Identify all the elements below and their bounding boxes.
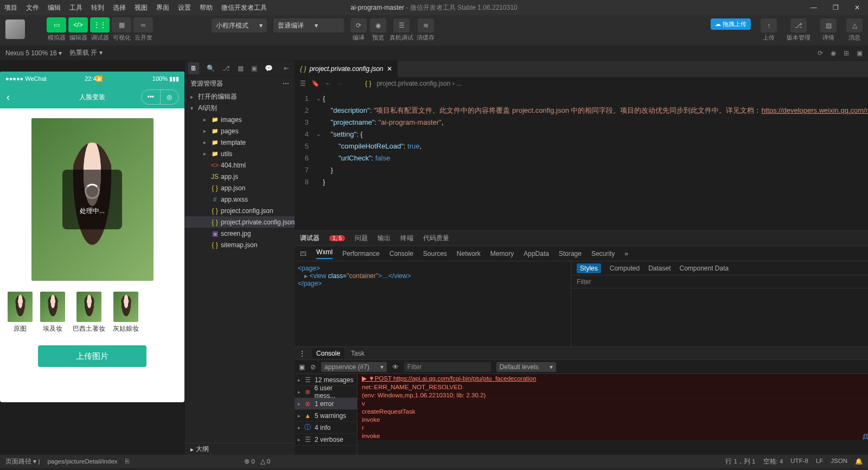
inspect-icon[interactable]: ⮹ bbox=[300, 250, 307, 257]
context-select[interactable]: appservice (#7)▾ bbox=[321, 362, 387, 372]
tab-console[interactable]: Console bbox=[312, 348, 344, 359]
eye-icon[interactable]: 👁 bbox=[392, 363, 399, 371]
tool-visual[interactable]: ▦可视化 bbox=[112, 17, 131, 42]
cursor-pos[interactable]: 行 1，列 1 bbox=[725, 458, 755, 466]
refresh-icon[interactable]: ⟳ bbox=[818, 49, 823, 57]
tree-item-404.html[interactable]: <>404.html bbox=[185, 159, 295, 171]
tab-security[interactable]: Security bbox=[591, 250, 615, 257]
lang-mode[interactable]: JSON bbox=[831, 458, 847, 466]
project-section[interactable]: ▾AI识别 bbox=[185, 102, 295, 114]
db-icon[interactable]: ▣ bbox=[251, 65, 257, 72]
warn-count[interactable]: △ 0 bbox=[260, 458, 271, 465]
search-icon[interactable]: 🔍 bbox=[207, 65, 215, 72]
tab-computed[interactable]: Computed bbox=[610, 265, 640, 272]
wxml-tree[interactable]: <page> ▸ <view class="container">…</view… bbox=[295, 261, 571, 346]
tab-storage[interactable]: Storage bbox=[559, 250, 582, 257]
hot-reload[interactable]: 热重载 开 ▾ bbox=[69, 48, 103, 57]
tree-item-template[interactable]: ▸📁template bbox=[185, 137, 295, 148]
code-editor[interactable]: 1⌄{ 2 "description": "项目私有配置文件。此文件中的内容将覆… bbox=[295, 91, 868, 231]
encoding[interactable]: UTF-8 bbox=[790, 458, 808, 466]
tab-quality[interactable]: 代码质量 bbox=[423, 234, 449, 243]
outline-section[interactable]: ▸大纲 bbox=[185, 443, 295, 455]
tree-item-screen.jpg[interactable]: ▣screen.jpg bbox=[185, 228, 295, 239]
ext-icon[interactable]: ▦ bbox=[238, 65, 244, 72]
tab-task[interactable]: Task bbox=[351, 350, 365, 357]
tree-item-sitemap.json[interactable]: { }sitemap.json bbox=[185, 239, 295, 250]
tool-upload[interactable]: ↑上传 bbox=[761, 18, 777, 42]
git-icon[interactable]: ⎇ bbox=[222, 65, 230, 72]
close-button[interactable]: ✕ bbox=[846, 4, 868, 11]
maximize-button[interactable]: ❐ bbox=[825, 4, 846, 11]
menu-interface[interactable]: 界面 bbox=[152, 0, 174, 15]
console-output[interactable]: ▶ ▼POST https://api.ai.qq.com/fcgi-bin/p… bbox=[358, 374, 868, 455]
tab-appdata[interactable]: AppData bbox=[524, 250, 549, 257]
tab-sources[interactable]: Sources bbox=[423, 250, 447, 257]
tool-messages[interactable]: △消息 bbox=[846, 18, 863, 42]
sidebar-toggle-icon[interactable]: ▣ bbox=[299, 363, 305, 371]
tree-item-app.wxss[interactable]: #app.wxss bbox=[185, 194, 295, 205]
msg-filter-err[interactable]: ▸⊗6 user mess... bbox=[295, 386, 357, 398]
thumb-egypt[interactable]: 埃及妆 bbox=[40, 292, 65, 333]
menu-settings[interactable]: 设置 bbox=[174, 0, 195, 15]
toggle-icon[interactable]: ☰ bbox=[300, 80, 306, 87]
avatar[interactable] bbox=[5, 20, 25, 39]
explorer-icon[interactable]: 🗎 bbox=[188, 62, 199, 74]
thumb-cinderella[interactable]: 灰姑娘妆 bbox=[113, 292, 139, 333]
device-info[interactable]: Nexus 5 100% 16 ▾ bbox=[5, 49, 62, 57]
thumb-original[interactable]: 原图 bbox=[8, 292, 33, 333]
tab-network[interactable]: Network bbox=[457, 250, 481, 257]
msg-filter-info[interactable]: ▸ⓘ4 info bbox=[295, 422, 357, 434]
tool-clear-cache[interactable]: ≋清缓存 bbox=[417, 18, 435, 42]
menu-view[interactable]: 视图 bbox=[130, 0, 152, 15]
tool-preview[interactable]: ◉预览 bbox=[370, 18, 386, 42]
chat-icon[interactable]: 💬 bbox=[265, 65, 273, 72]
back-icon[interactable]: ‹ bbox=[7, 92, 10, 103]
upload-image-button[interactable]: 上传图片 bbox=[38, 345, 146, 367]
console-menu-icon[interactable]: ⋮ bbox=[299, 350, 305, 357]
tool-simulator[interactable]: ▭模拟器 bbox=[47, 17, 66, 42]
levels-select[interactable]: Default levels▾ bbox=[496, 362, 556, 372]
tab-wxml[interactable]: Wxml bbox=[316, 248, 333, 259]
close-tab-icon[interactable]: ✕ bbox=[387, 65, 392, 73]
thumb-brazil[interactable]: 巴西土著妆 bbox=[73, 292, 105, 333]
mode-select[interactable]: 小程序模式▾ bbox=[212, 18, 267, 33]
clear-icon[interactable]: ⊘ bbox=[310, 363, 316, 371]
tool-debugger[interactable]: ⋮⋮调试器 bbox=[90, 17, 110, 42]
minimize-button[interactable]: — bbox=[803, 4, 825, 11]
tab-dataset[interactable]: Dataset bbox=[648, 265, 671, 272]
menu-help[interactable]: 帮助 bbox=[195, 0, 217, 15]
tab-debugger[interactable]: 调试器 bbox=[300, 234, 320, 243]
back-nav-icon[interactable]: ← bbox=[325, 80, 331, 87]
bell-icon[interactable]: 🔔 bbox=[855, 458, 863, 466]
record-icon[interactable]: ◉ bbox=[831, 49, 836, 57]
drag-upload-badge[interactable]: ☁ 拖拽上传 bbox=[711, 18, 751, 30]
tool-cloud[interactable]: ∞云开发 bbox=[133, 17, 153, 42]
console-filter[interactable]: Filter bbox=[404, 362, 491, 372]
styles-filter[interactable]: Filter bbox=[577, 278, 591, 286]
tree-item-utils[interactable]: ▸📁utils bbox=[185, 148, 295, 159]
tree-item-app.js[interactable]: JSapp.js bbox=[185, 171, 295, 182]
tab-output[interactable]: 输出 bbox=[378, 234, 391, 243]
more-tabs-icon[interactable]: » bbox=[624, 250, 628, 257]
menu-file[interactable]: 文件 bbox=[22, 0, 43, 15]
tree-item-pages[interactable]: ▸📁pages bbox=[185, 125, 295, 137]
tree-item-project.config.json[interactable]: { }project.config.json bbox=[185, 205, 295, 216]
tool-remote-debug[interactable]: ☰真机调试 bbox=[390, 18, 413, 42]
msg-filter-msg[interactable]: ▸☰2 verbose bbox=[295, 434, 357, 446]
tab-problems[interactable]: 问题 bbox=[355, 234, 368, 243]
bookmark-icon[interactable]: 🔖 bbox=[311, 80, 320, 87]
capsule-button[interactable]: •••◎ bbox=[141, 89, 179, 105]
menu-select[interactable]: 选择 bbox=[108, 0, 130, 15]
opened-editors-section[interactable]: ▸打开的编辑器 bbox=[185, 91, 295, 102]
eol[interactable]: LF bbox=[816, 458, 823, 466]
expand-icon[interactable]: ⇤ bbox=[284, 65, 289, 72]
msg-filter-warn[interactable]: ▸▲5 warnings bbox=[295, 410, 357, 422]
more-icon[interactable]: ⋯ bbox=[283, 80, 289, 87]
msg-filter-err[interactable]: ▸⊗1 error bbox=[295, 398, 357, 410]
fwd-nav-icon[interactable]: → bbox=[337, 80, 343, 87]
menu-goto[interactable]: 转到 bbox=[87, 0, 108, 15]
tab-styles[interactable]: Styles bbox=[577, 263, 601, 273]
tool-details[interactable]: ▤详情 bbox=[820, 18, 837, 42]
rotate-icon[interactable]: ⊞ bbox=[844, 49, 849, 57]
menu-tool[interactable]: 工具 bbox=[65, 0, 87, 15]
